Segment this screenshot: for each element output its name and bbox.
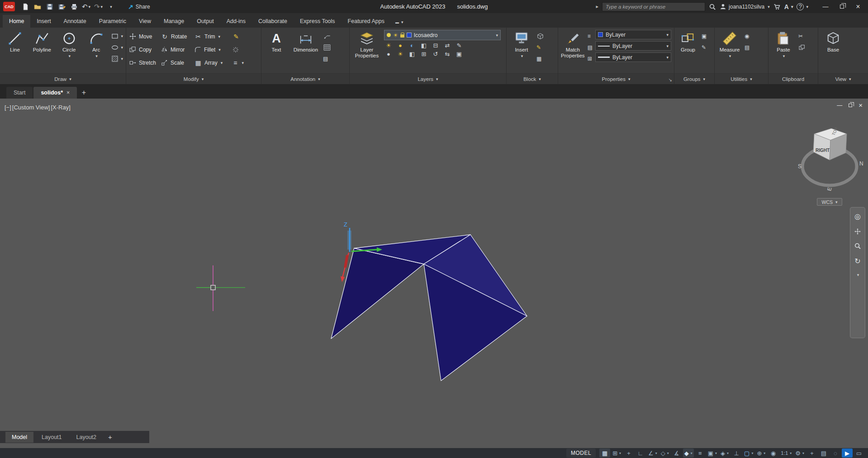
selection-filtering-button[interactable]: ▢▾ xyxy=(743,449,754,458)
linetype-dropdown[interactable]: ByLayer ▾ xyxy=(595,41,671,51)
grid-display-button[interactable]: ▦ xyxy=(599,449,610,458)
rectangle-button[interactable]: ▾ xyxy=(111,32,123,41)
layer-thaw-sun-icon[interactable]: ☀ xyxy=(393,32,398,38)
scale-button[interactable]: Scale xyxy=(161,59,194,66)
copy-button[interactable]: Copy xyxy=(129,46,161,53)
insert-button[interactable]: Insert ▾ xyxy=(509,30,534,58)
dynamic-input-button[interactable]: + xyxy=(623,449,634,458)
object-color-dropdown[interactable]: ByLayer ▾ xyxy=(595,30,671,39)
drawing-close-button[interactable]: × xyxy=(859,101,863,109)
panel-title-groups[interactable]: Groups▾ xyxy=(674,73,714,84)
annotation-more-button[interactable]: ▤ xyxy=(323,54,331,63)
layer-match-icon[interactable]: ⇄ xyxy=(444,42,451,49)
save-as-button[interactable] xyxy=(56,1,67,12)
id-point-button[interactable]: ◉ xyxy=(745,32,749,41)
stretch-button[interactable]: Stretch xyxy=(129,59,161,66)
layer-freeze-icon[interactable]: ◐ xyxy=(408,42,416,49)
layer-lock-icon[interactable] xyxy=(400,34,404,38)
layer-unisolate-icon[interactable]: ⊟ xyxy=(432,42,439,49)
layer-merge-icon[interactable]: ⊞ xyxy=(420,51,427,57)
dialog-launcher-icon[interactable]: ↘ xyxy=(669,77,672,82)
search-expand-icon[interactable]: ▸ xyxy=(596,4,599,9)
layer-isolate-icon[interactable]: ☀ xyxy=(385,42,392,49)
close-tab-icon[interactable]: × xyxy=(66,90,70,96)
layout-tab-layout1[interactable]: Layout1 xyxy=(35,432,68,443)
isodraft-button[interactable]: ◇▾ xyxy=(659,449,670,458)
tab-view[interactable]: View xyxy=(133,15,157,28)
layout-tab-layout2[interactable]: Layout2 xyxy=(70,432,103,443)
panel-title-utilities[interactable]: Utilities▾ xyxy=(715,73,768,84)
tab-manage[interactable]: Manage xyxy=(157,15,190,28)
compass-east-label[interactable]: E xyxy=(826,186,833,191)
arc-button[interactable]: Arc ▾ xyxy=(84,30,109,58)
leader-button[interactable] xyxy=(323,32,331,41)
line-button[interactable]: Line xyxy=(3,30,27,53)
cut-button[interactable]: ✂ xyxy=(798,32,806,41)
erase-button[interactable]: ✎ xyxy=(232,33,244,40)
autocad-logo[interactable]: CAD xyxy=(3,2,15,11)
panel-title-block[interactable]: Block▾ xyxy=(507,73,558,84)
layer-walk-icon[interactable]: ⇆ xyxy=(444,51,451,57)
layer-dropdown[interactable]: ☀ Icosaedro ▾ xyxy=(384,30,501,40)
panel-title-annotation[interactable]: Annotation▾ xyxy=(261,73,349,84)
minimize-button[interactable]: — xyxy=(817,0,834,13)
visual-style-control[interactable]: [X-Ray] xyxy=(51,104,70,111)
caret-down-icon[interactable]: ▾ xyxy=(496,33,498,38)
dynamic-ucs-button[interactable]: ⊥ xyxy=(731,449,742,458)
polyline-button[interactable]: Polyline xyxy=(30,30,54,53)
tab-annotate[interactable]: Annotate xyxy=(57,15,93,28)
annotation-scale-button[interactable]: 1:1▾ xyxy=(779,449,793,458)
trim-button[interactable]: ✂Trim▾ xyxy=(194,33,232,40)
panel-title-layers[interactable]: Layers▾ xyxy=(350,73,506,84)
save-button[interactable] xyxy=(44,1,55,12)
match-properties-button[interactable]: Match Properties xyxy=(561,30,585,59)
lineweight-button[interactable]: ≡ xyxy=(695,449,706,458)
layer-make-current-icon[interactable]: ● xyxy=(385,51,392,57)
viewport-minimize-control[interactable]: [−] xyxy=(5,104,11,111)
layer-properties-button[interactable]: Layer Properties xyxy=(352,30,381,59)
ortho-mode-button[interactable]: ∟ xyxy=(635,449,646,458)
share-button[interactable]: ↗ Share xyxy=(128,3,150,10)
layer-state-icon[interactable]: ▣ xyxy=(455,51,463,57)
properties-grid-button[interactable]: ⊞ xyxy=(588,54,593,63)
define-attributes-button[interactable]: ✎ xyxy=(536,43,544,52)
viewcube-cube[interactable] xyxy=(813,128,847,160)
array-button[interactable]: ▦Array▾ xyxy=(194,59,232,66)
lineweight-dropdown[interactable]: ByLayer ▾ xyxy=(595,52,671,62)
view-control[interactable]: [Custom View] xyxy=(12,104,50,111)
pan-icon[interactable] xyxy=(854,228,861,235)
new-file-button[interactable] xyxy=(19,1,31,12)
ribbon-display-toggle[interactable]: ▬ ▾ xyxy=(391,17,408,28)
copy-clip-button[interactable] xyxy=(798,43,806,52)
object-snap-tracking-button[interactable]: ∡ xyxy=(671,449,682,458)
model-space-button[interactable]: MODEL xyxy=(566,449,596,458)
open-file-button[interactable] xyxy=(32,1,43,12)
account-button[interactable]: joana1102silva ▾ xyxy=(720,3,770,10)
tab-add-ins[interactable]: Add-ins xyxy=(220,15,252,28)
properties-list-button[interactable]: ≡ xyxy=(588,32,593,41)
group-button[interactable]: Group xyxy=(677,30,699,53)
quick-calc-button[interactable]: ▤ xyxy=(745,43,749,52)
new-layout-button[interactable]: + xyxy=(104,433,116,441)
layer-on-bulb-icon[interactable] xyxy=(387,33,391,37)
rotate-button[interactable]: ↻Rotate xyxy=(161,33,194,40)
navigation-wheel-icon[interactable]: ◎ xyxy=(854,212,861,221)
undo-button[interactable]: ↶▾ xyxy=(81,1,92,12)
icosahedron-solid[interactable] xyxy=(331,235,527,381)
3d-object-snap-button[interactable]: ◈▾ xyxy=(719,449,730,458)
ellipse-button[interactable]: ▾ xyxy=(111,43,123,52)
panel-title-view[interactable]: View▾ xyxy=(818,73,868,84)
polar-tracking-button[interactable]: ∠▾ xyxy=(647,449,659,458)
wcs-dropdown[interactable]: WCS ▾ xyxy=(817,198,842,206)
circle-button[interactable]: Circle ▾ xyxy=(57,30,81,58)
file-tab-start[interactable]: Start xyxy=(6,87,33,99)
panel-title-properties[interactable]: Properties▾ xyxy=(558,73,674,84)
search-input[interactable] xyxy=(602,2,705,11)
isolate-objects-button[interactable]: ◌ xyxy=(830,449,841,458)
panel-title-draw[interactable]: Draw▾ xyxy=(0,73,126,84)
layer-previous-icon[interactable]: ↺ xyxy=(432,51,439,57)
tab-featured-apps[interactable]: Featured Apps xyxy=(342,15,391,28)
layer-lock-fade-icon[interactable]: ◧ xyxy=(408,51,416,57)
layer-lock-tool-icon[interactable]: ◧ xyxy=(420,42,427,49)
drawing-restore-button[interactable] xyxy=(849,104,852,107)
